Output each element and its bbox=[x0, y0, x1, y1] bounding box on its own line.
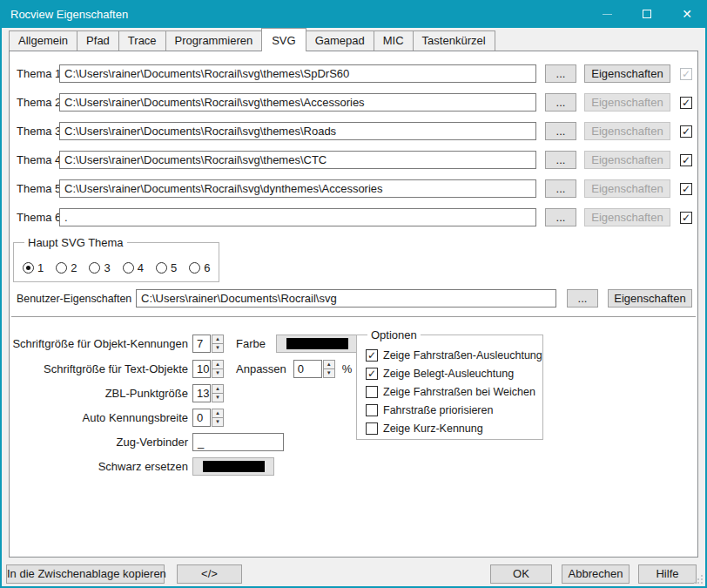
option-zeige-fahrstra-en-bei-weichen: Zeige Fahrstraßen bei Weichen bbox=[366, 386, 542, 398]
option-checkbox[interactable] bbox=[366, 404, 378, 416]
tab-mic[interactable]: MIC bbox=[374, 30, 414, 51]
train-connector-input[interactable]: _ bbox=[192, 433, 284, 451]
tab-tastenk-rzel[interactable]: Tastenkürzel bbox=[413, 30, 495, 51]
spin-down-icon[interactable] bbox=[212, 368, 224, 378]
ok-button[interactable]: OK bbox=[490, 564, 552, 584]
theme-enabled-checkbox bbox=[680, 68, 692, 80]
tab-programmieren[interactable]: Programmieren bbox=[165, 30, 263, 51]
zbl-point-size-value[interactable]: 13 bbox=[192, 384, 211, 402]
theme-properties-button[interactable]: Eigenschaften bbox=[584, 179, 670, 198]
theme-enabled-checkbox[interactable] bbox=[680, 97, 692, 109]
zbl-point-size-spinner[interactable]: 13 bbox=[192, 384, 224, 402]
spin-down-icon[interactable] bbox=[212, 393, 224, 402]
theme-browse-button[interactable]: ... bbox=[545, 122, 576, 140]
theme-properties-button[interactable]: Eigenschaften bbox=[584, 93, 670, 112]
object-font-size-spinner[interactable]: 7 bbox=[192, 335, 224, 353]
adjust-value[interactable]: 0 bbox=[293, 360, 322, 378]
text-font-size-spinner[interactable]: 10 bbox=[192, 360, 224, 378]
cancel-button[interactable]: Abbrechen bbox=[562, 564, 630, 584]
object-font-size-label: Schriftgröße für Objekt-Kennungen bbox=[12, 337, 188, 350]
tab-allgemein[interactable]: Allgemein bbox=[9, 30, 77, 51]
theme-label: Thema 2 bbox=[17, 96, 59, 109]
option-checkbox[interactable] bbox=[366, 386, 378, 398]
theme-enabled-checkbox[interactable] bbox=[680, 154, 692, 166]
auto-id-width-value[interactable]: 0 bbox=[192, 409, 211, 427]
tab-svg[interactable]: SVG bbox=[261, 28, 306, 51]
option-zeige-belegt-ausleuchtung: Zeige Belegt-Ausleuchtung bbox=[366, 368, 542, 380]
theme-browse-button[interactable]: ... bbox=[545, 179, 576, 198]
text-font-size-row: Schriftgröße für Text-Objekte 10 Anpasse… bbox=[17, 359, 352, 378]
auto-id-width-row: Auto Kennungsbreite 0 bbox=[17, 408, 224, 427]
theme-enabled-checkbox[interactable] bbox=[680, 212, 692, 224]
minimize-button[interactable] bbox=[587, 0, 627, 28]
color-button[interactable] bbox=[276, 335, 359, 353]
options-list: Zeige Fahrstraßen-AusleuchtungZeige Bele… bbox=[357, 335, 542, 435]
theme-properties-button[interactable]: Eigenschaften bbox=[584, 208, 670, 226]
theme-path-input[interactable]: C:\Users\rainer\Documents\Rocrail\svg\th… bbox=[59, 64, 536, 83]
object-font-size-value[interactable]: 7 bbox=[192, 335, 211, 353]
spin-down-icon[interactable] bbox=[323, 368, 335, 378]
tab-trace[interactable]: Trace bbox=[118, 30, 166, 51]
radio-icon bbox=[156, 262, 167, 274]
main-theme-radio-2[interactable]: 2 bbox=[56, 261, 77, 274]
adjust-spinner[interactable]: 0 bbox=[293, 360, 335, 378]
code-button[interactable]: </> bbox=[177, 564, 242, 584]
replace-black-button[interactable] bbox=[192, 457, 274, 476]
window-border-left bbox=[0, 28, 2, 588]
adjust-unit-label: % bbox=[342, 362, 353, 375]
radio-icon bbox=[189, 262, 200, 274]
separator bbox=[11, 316, 696, 318]
theme-path-input[interactable]: C:\Users\rainer\Documents\Rocrail\svg\th… bbox=[59, 151, 536, 169]
tab-pfad[interactable]: Pfad bbox=[77, 30, 119, 51]
spin-down-icon[interactable] bbox=[212, 417, 224, 427]
copy-to-clipboard-button[interactable]: In die Zwischenablage kopieren bbox=[6, 564, 165, 584]
tab-gamepad[interactable]: Gamepad bbox=[306, 30, 374, 51]
main-theme-radio-3[interactable]: 3 bbox=[89, 261, 110, 274]
radio-label: 1 bbox=[37, 261, 44, 274]
spin-down-icon[interactable] bbox=[212, 343, 224, 353]
auto-id-width-spinner[interactable]: 0 bbox=[192, 409, 224, 427]
theme-path-input[interactable]: C:\Users\rainer\Documents\Rocrail\svg\th… bbox=[59, 93, 536, 112]
option-checkbox[interactable] bbox=[366, 422, 378, 435]
theme-browse-button[interactable]: ... bbox=[545, 93, 576, 112]
theme-properties-button[interactable]: Eigenschaften bbox=[584, 64, 670, 83]
main-theme-radio-5[interactable]: 5 bbox=[156, 261, 177, 274]
option-fahrstra-e-priorisieren: Fahrstraße priorisieren bbox=[366, 404, 542, 416]
theme-path-input[interactable]: . bbox=[59, 208, 536, 226]
svg-tab-panel: Thema 1C:\Users\rainer\Documents\Rocrail… bbox=[9, 51, 698, 558]
color-label: Farbe bbox=[236, 337, 266, 350]
main-theme-radio-4[interactable]: 4 bbox=[123, 261, 144, 274]
main-theme-radio-1[interactable]: 1 bbox=[23, 261, 44, 274]
user-properties-row: Benutzer-Eigenschaften C:\Users\rainer\D… bbox=[17, 289, 692, 308]
radio-label: 3 bbox=[104, 261, 110, 274]
auto-id-width-label: Auto Kennungsbreite bbox=[83, 411, 188, 424]
main-theme-radio-6[interactable]: 6 bbox=[189, 261, 210, 274]
text-font-size-value[interactable]: 10 bbox=[192, 360, 211, 378]
user-properties-browse-button[interactable]: ... bbox=[567, 289, 598, 308]
user-properties-input[interactable]: C:\Users\rainer\Documents\Rocrail\svg bbox=[136, 289, 556, 308]
resize-grip[interactable] bbox=[694, 575, 703, 584]
option-checkbox[interactable] bbox=[366, 349, 378, 362]
train-connector-label: Zug-Verbinder bbox=[117, 436, 188, 449]
theme-enabled-checkbox[interactable] bbox=[680, 183, 692, 195]
theme-browse-button[interactable]: ... bbox=[545, 208, 576, 226]
close-button[interactable]: ✕ bbox=[667, 0, 707, 28]
theme-label: Thema 3 bbox=[17, 125, 59, 138]
adjust-label: Anpassen bbox=[236, 362, 286, 375]
theme-properties-button[interactable]: Eigenschaften bbox=[584, 151, 670, 169]
radio-label: 2 bbox=[71, 261, 77, 274]
theme-enabled-checkbox[interactable] bbox=[680, 125, 692, 138]
theme-browse-button[interactable]: ... bbox=[545, 64, 576, 83]
theme-row-6: Thema 6....Eigenschaften bbox=[17, 208, 692, 226]
radio-label: 6 bbox=[204, 261, 210, 274]
option-checkbox[interactable] bbox=[366, 368, 378, 380]
maximize-button[interactable] bbox=[627, 0, 667, 28]
theme-properties-button[interactable]: Eigenschaften bbox=[584, 122, 670, 140]
theme-row-4: Thema 4C:\Users\rainer\Documents\Rocrail… bbox=[17, 151, 692, 169]
replace-black-label: Schwarz ersetzen bbox=[98, 460, 188, 473]
theme-path-input[interactable]: C:\Users\rainer\Documents\Rocrail\svg\dy… bbox=[59, 179, 536, 198]
user-properties-properties-button[interactable]: Eigenschaften bbox=[608, 289, 692, 308]
theme-path-input[interactable]: C:\Users\rainer\Documents\Rocrail\svg\th… bbox=[59, 122, 536, 140]
theme-browse-button[interactable]: ... bbox=[545, 151, 576, 169]
help-button[interactable]: Hilfe bbox=[638, 564, 697, 584]
